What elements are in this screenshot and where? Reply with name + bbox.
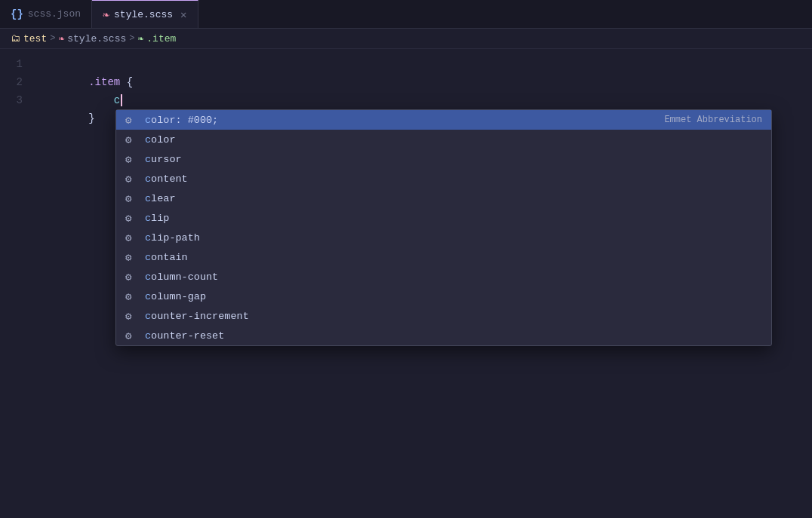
tab-scss-json[interactable]: {} scss.json <box>0 0 92 28</box>
tab-close-button[interactable]: ✕ <box>180 8 186 21</box>
editor-line-2: 2 c <box>0 73 812 91</box>
highlight-8: c <box>145 271 151 283</box>
tab-bar: {} scss.json ❧ style.scss ✕ <box>0 0 812 29</box>
folder-icon: 🗂 <box>11 33 20 44</box>
rest-7: ontain <box>151 252 188 263</box>
autocomplete-item-contain[interactable]: ⚙ contain <box>116 247 771 267</box>
wrench-icon-11: ⚙ <box>125 329 139 342</box>
autocomplete-dropdown: ⚙ color: #000; Emmet Abbreviation ⚙ colo… <box>115 109 772 346</box>
rest-10: ounter-increment <box>151 311 249 322</box>
autocomplete-item-color-emmet[interactable]: ⚙ color: #000; Emmet Abbreviation <box>116 110 771 130</box>
wrench-icon-3: ⚙ <box>125 173 139 185</box>
wrench-icon-1: ⚙ <box>125 133 139 146</box>
autocomplete-label-6: clip-path <box>145 232 762 244</box>
autocomplete-item-clip-path[interactable]: ⚙ clip-path <box>116 228 771 247</box>
scss-breadcrumb-icon: ❧ <box>58 32 64 44</box>
highlight-1: c <box>145 134 151 146</box>
autocomplete-label-3: content <box>145 173 762 185</box>
autocomplete-item-clip[interactable]: ⚙ clip <box>116 208 771 228</box>
rest-3: ontent <box>151 173 188 185</box>
scss-icon: ❧ <box>103 8 109 22</box>
highlight-3: c <box>145 173 151 185</box>
highlight-5: c <box>145 213 151 224</box>
highlight-6: c <box>145 232 151 244</box>
breadcrumb-folder[interactable]: test <box>23 33 47 44</box>
wrench-icon-4: ⚙ <box>125 192 139 205</box>
item-breadcrumb-icon: ❧ <box>137 32 143 44</box>
autocomplete-label-9: column-gap <box>145 291 762 302</box>
rest-11: ounter-reset <box>151 330 224 342</box>
breadcrumb-sep1: > <box>50 33 55 44</box>
rest-2: ursor <box>151 154 182 165</box>
tab-scss-json-label: scss.json <box>28 8 81 20</box>
wrench-icon-8: ⚙ <box>125 271 139 284</box>
highlight-0: c <box>145 115 151 126</box>
line-number-1: 1 <box>0 55 38 73</box>
autocomplete-item-counter-reset[interactable]: ⚙ counter-reset <box>116 326 771 345</box>
wrench-icon-10: ⚙ <box>125 310 139 323</box>
autocomplete-item-content[interactable]: ⚙ content <box>116 169 771 189</box>
wrench-icon-2: ⚙ <box>125 153 139 166</box>
breadcrumb-file[interactable]: style.scss <box>67 33 126 44</box>
highlight-2: c <box>145 154 151 165</box>
highlight-11: c <box>145 330 151 342</box>
highlight-10: c <box>145 311 151 322</box>
autocomplete-label-7: contain <box>145 252 762 263</box>
highlight-9: c <box>145 291 151 302</box>
autocomplete-label-0: color: #000; <box>145 115 658 126</box>
tab-style-scss-label: style.scss <box>114 9 173 20</box>
line-number-3: 3 <box>0 91 38 109</box>
autocomplete-item-cursor[interactable]: ⚙ cursor <box>116 149 771 169</box>
highlight-7: c <box>145 252 151 263</box>
rest-5: lip <box>151 213 169 224</box>
editor-line-1: 1 .item { <box>0 55 812 73</box>
wrench-icon-9: ⚙ <box>125 290 139 303</box>
autocomplete-label-8: column-count <box>145 271 762 283</box>
autocomplete-item-clear[interactable]: ⚙ clear <box>116 189 771 208</box>
wrench-icon-5: ⚙ <box>125 212 139 225</box>
tab-style-scss[interactable]: ❧ style.scss ✕ <box>92 0 198 28</box>
autocomplete-label-10: counter-increment <box>145 311 762 322</box>
autocomplete-item-column-gap[interactable]: ⚙ column-gap <box>116 287 771 306</box>
rest-8: olumn-count <box>151 271 218 283</box>
autocomplete-badge-0: Emmet Abbreviation <box>664 115 762 125</box>
line-number-2: 2 <box>0 73 38 91</box>
rest-4: lear <box>151 193 175 204</box>
rest-9: olumn-gap <box>151 291 206 302</box>
breadcrumb-sep2: > <box>129 33 134 44</box>
autocomplete-label-1: color <box>145 134 762 146</box>
autocomplete-label-2: cursor <box>145 154 762 165</box>
editor-line-3: 3 } <box>0 91 812 109</box>
brace-close: } <box>88 112 94 124</box>
autocomplete-item-color[interactable]: ⚙ color <box>116 130 771 149</box>
breadcrumb-item[interactable]: .item <box>146 33 176 44</box>
autocomplete-item-counter-increment[interactable]: ⚙ counter-increment <box>116 306 771 326</box>
editor: 1 .item { 2 c 3 } ⚙ color: #000; <box>0 49 812 115</box>
autocomplete-label-5: clip <box>145 213 762 224</box>
autocomplete-label-4: clear <box>145 193 762 204</box>
wrench-icon-0: ⚙ <box>125 114 139 127</box>
json-icon: {} <box>11 8 23 20</box>
wrench-icon-7: ⚙ <box>125 251 139 264</box>
autocomplete-label-11: counter-reset <box>145 330 762 342</box>
rest-0: olor: #000; <box>151 115 218 126</box>
autocomplete-item-column-count[interactable]: ⚙ column-count <box>116 267 771 287</box>
rest-1: olor <box>151 134 175 146</box>
rest-6: lip-path <box>151 232 200 244</box>
wrench-icon-6: ⚙ <box>125 231 139 244</box>
breadcrumb: 🗂 test > ❧ style.scss > ❧ .item <box>0 29 812 49</box>
highlight-4: c <box>145 193 151 204</box>
editor-lines: 1 .item { 2 c 3 } <box>0 49 812 115</box>
